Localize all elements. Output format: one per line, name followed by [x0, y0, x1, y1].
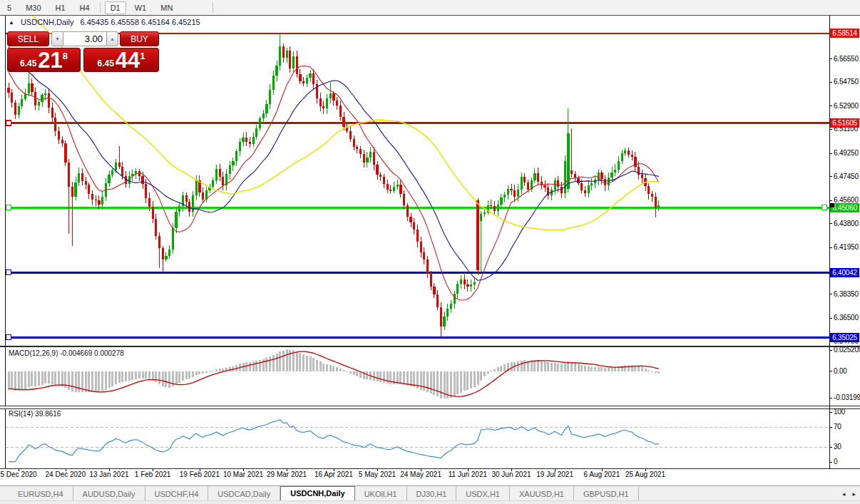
tab-scroll-right-icon[interactable]: ▸ — [852, 490, 856, 498]
sell-price-panel[interactable]: 6.45 21 8 — [7, 48, 81, 72]
tf-button-h1[interactable]: H1 — [50, 1, 71, 14]
date-axis-label: 5 Dec 2020 — [1, 470, 37, 478]
tab-dj30-h1[interactable]: DJ30,H1 — [407, 487, 457, 501]
level-line-handle[interactable] — [822, 205, 827, 210]
macd-axis-label: 0.00 — [834, 367, 847, 375]
date-axis-label: 19 Feb 2021 — [180, 470, 220, 478]
chart-tab-bar: EURUSD,H4 AUDUSD,Daily USDCHF,H4 USDCAD,… — [0, 485, 860, 501]
rsi-level-lines — [6, 427, 829, 447]
panel-separator[interactable] — [0, 406, 860, 409]
price-level-badge: 6.45060 — [830, 203, 859, 212]
price-axis-tick — [829, 200, 832, 201]
tab-gbpusd-h1[interactable]: GBPUSD,H1 — [574, 487, 639, 501]
date-axis-label: 10 Mar 2021 — [223, 470, 263, 478]
date-axis-label: 24 Dec 2020 — [46, 470, 86, 478]
price-axis-label: 6.52900 — [834, 102, 859, 110]
tab-usdcnh-daily[interactable]: USDCNH,Daily — [280, 486, 354, 501]
rsi-axis-tick — [829, 447, 832, 448]
date-axis-label: 24 May 2021 — [400, 470, 441, 478]
sell-price-prefix: 6.45 — [20, 58, 36, 68]
tab-usdcad-daily[interactable]: USDCAD,Daily — [208, 487, 280, 501]
tab-usdx-h1[interactable]: USDX,H1 — [456, 487, 510, 501]
price-axis-tick — [829, 176, 832, 177]
price-axis-tick — [829, 247, 832, 248]
chart-ohlc-quote: 6.45435 6.45558 6.45164 6.45215 — [80, 18, 200, 26]
price-axis-tick — [829, 318, 832, 319]
volume-increase-button[interactable]: ▴ — [106, 31, 118, 46]
collapse-quote-icon[interactable]: ▲ — [9, 19, 14, 26]
tab-xauusd-h1[interactable]: XAUUSD,H1 — [510, 487, 574, 501]
sell-price-point: 8 — [63, 51, 68, 61]
price-level-badge: 6.58514 — [830, 29, 859, 38]
price-axis-label: 6.49250 — [834, 149, 859, 157]
price-axis-label: 6.41950 — [834, 243, 859, 251]
rsi-axis-label: 70 — [834, 423, 841, 431]
toolbar-separator — [100, 2, 101, 13]
date-axis-label: 5 May 2021 — [359, 470, 396, 478]
tf-button-mn[interactable]: MN — [155, 1, 178, 14]
price-axis-label: 6.36500 — [834, 314, 859, 322]
tf-button-m5[interactable]: 5 — [1, 1, 17, 14]
macd-axis-label: 0.025209 — [834, 346, 860, 354]
rsi-panel[interactable] — [0, 408, 829, 468]
price-axis-label: 6.56550 — [834, 55, 859, 63]
date-axis-label: 19 Jul 2021 — [536, 470, 573, 478]
volume-stepper: ▾ 3.00 ▴ — [51, 31, 118, 46]
rsi-axis-tick — [829, 462, 832, 463]
date-axis-label: 30 Jun 2021 — [491, 470, 531, 478]
rsi-axis-label: 100 — [834, 408, 845, 416]
status-bar — [0, 500, 860, 504]
rsi-axis-tick — [829, 427, 832, 428]
toolbar-separator — [213, 2, 213, 13]
buy-button[interactable]: BUY — [120, 31, 159, 46]
price-level-badge: 6.35025 — [830, 333, 859, 342]
sell-button[interactable]: SELL — [7, 31, 49, 46]
buy-price-panel[interactable]: 6.45 44 1 — [83, 48, 159, 72]
rsi-axis-tick — [829, 412, 832, 413]
price-axis-tick — [829, 294, 832, 294]
level-line-handle[interactable] — [6, 335, 11, 340]
tab-ukoil-h1[interactable]: UKOil,H1 — [355, 487, 407, 501]
macd-axis-tick — [829, 398, 832, 398]
macd-label: MACD(12,26,9) -0.004669 0.000278 — [9, 349, 124, 357]
panel-separator[interactable] — [0, 346, 860, 347]
tf-button-m30[interactable]: M30 — [20, 1, 46, 14]
buy-price-point: 1 — [140, 51, 145, 61]
date-axis-label: 6 Aug 2021 — [584, 470, 620, 478]
level-line-handle[interactable] — [6, 205, 11, 210]
buy-price-pips: 44 — [116, 51, 140, 71]
volume-decrease-button[interactable]: ▾ — [51, 31, 63, 46]
macd-axis-tick — [829, 371, 832, 371]
tab-eurusd-h4[interactable]: EURUSD,H4 — [9, 487, 73, 501]
tf-button-h4[interactable]: H4 — [74, 1, 96, 14]
price-axis-tick — [829, 223, 832, 224]
date-axis-label: 16 Apr 2021 — [314, 470, 353, 478]
last-price-marker — [829, 203, 834, 207]
price-axis-tick — [829, 129, 832, 130]
date-axis-label: 29 Mar 2021 — [267, 470, 307, 478]
price-axis-border — [829, 16, 830, 469]
date-axis-label: 1 Feb 2021 — [135, 470, 171, 478]
price-axis-label: 6.43800 — [834, 220, 859, 227]
price-axis-tick — [829, 153, 832, 154]
tab-audusd-daily[interactable]: AUDUSD,Daily — [73, 487, 145, 501]
one-click-trade-widget: SELL ▾ 3.00 ▴ BUY 6.45 21 8 6.45 44 1 — [7, 31, 159, 72]
timeframe-toolbar: 5 M30 H1 H4 D1 W1 MN — [0, 0, 860, 16]
level-line-handle[interactable] — [6, 120, 11, 125]
tf-button-w1[interactable]: W1 — [129, 1, 153, 14]
panel-separator — [0, 468, 860, 469]
price-axis-tick — [829, 58, 832, 59]
tab-usdchf-h4[interactable]: USDCHF,H4 — [145, 487, 209, 501]
tab-scroll-left-icon[interactable]: ◂ — [842, 490, 846, 498]
macd-axis-label: -0.03199 — [834, 394, 860, 401]
chart-title: ▲ USDCNH,Daily 6.45435 6.45558 6.45164 6… — [9, 18, 200, 26]
macd-panel[interactable] — [0, 347, 829, 406]
tf-button-d1[interactable]: D1 — [105, 1, 126, 14]
sell-price-pips: 21 — [38, 51, 62, 71]
plot-left-border — [5, 16, 6, 469]
volume-input[interactable]: 3.00 — [63, 31, 106, 46]
price-axis-label: 6.38350 — [834, 290, 859, 298]
rsi-line — [9, 420, 659, 462]
level-line-handle[interactable] — [6, 270, 11, 275]
rsi-axis-label: 30 — [834, 443, 841, 451]
